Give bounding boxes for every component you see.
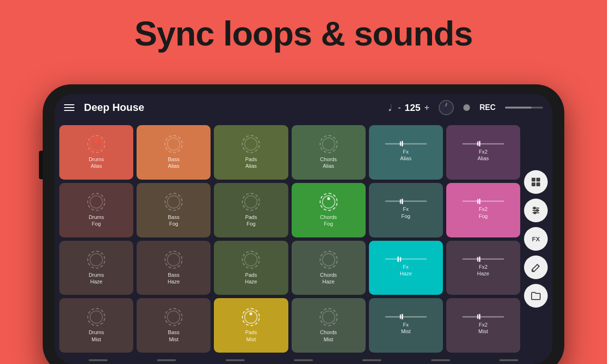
pad-knob-inner [244, 137, 258, 151]
rec-dot [463, 104, 470, 111]
pad-drums-fog[interactable]: DrumsFog [59, 183, 133, 237]
pad-label: DrumsAlias [89, 156, 104, 170]
pad-label: PadsAlias [245, 156, 257, 170]
rec-label[interactable]: REC [479, 103, 496, 112]
pad-knob [87, 135, 105, 153]
pad-chords-alias[interactable]: ChordsAlias [292, 125, 366, 180]
pad-label: ChordsHaze [320, 272, 337, 285]
phone-screen: Deep House 𝅘𝅥 - 125 + REC [55, 94, 552, 364]
pads-grid: DrumsAlias BassAlias PadsAlias [59, 125, 520, 353]
pad-knob [165, 135, 183, 153]
pad-label: BassFog [168, 214, 179, 228]
pad-knob [242, 135, 260, 153]
pad-fx-haze[interactable]: FxHaze [369, 241, 443, 295]
tempo-decrease-button[interactable]: - [398, 103, 401, 113]
svg-rect-3 [536, 182, 540, 186]
pad-knob [320, 308, 338, 326]
pad-knob [242, 193, 260, 211]
pad-drums-mist[interactable]: DrumsMist [59, 298, 133, 353]
pad-knob [165, 308, 183, 326]
progress-bar-fill [505, 107, 532, 109]
pad-fx-mist[interactable]: FxMist [369, 298, 443, 353]
pad-fx-fog[interactable]: FxFog [369, 183, 443, 237]
pad-label: BassMist [168, 329, 179, 343]
pad-bass-haze[interactable]: BassHaze [137, 241, 211, 295]
svg-rect-0 [532, 178, 535, 182]
tempo-value: 125 [405, 102, 420, 113]
pad-knob-inner [90, 137, 103, 151]
pad-label: FxMist [401, 321, 411, 335]
pad-label: Fx2Fog [478, 206, 487, 219]
pad-label: Fx2Haze [477, 264, 489, 277]
pad-knob-inner [167, 195, 180, 209]
bottom-indicator [499, 359, 518, 361]
pad-chords-mist[interactable]: ChordsMist [292, 298, 366, 353]
pad-knob [165, 251, 183, 269]
pad-knob [320, 193, 338, 211]
bottom-indicator [431, 359, 450, 361]
pad-label: PadsFog [245, 214, 257, 228]
pad-knob [320, 251, 338, 269]
grid-btn[interactable] [524, 170, 548, 194]
pad-drums-haze[interactable]: DrumsHaze [59, 241, 133, 295]
pad-pads-fog[interactable]: PadsFog [214, 183, 288, 237]
mixer-btn[interactable] [524, 199, 548, 222]
pad-pads-mist[interactable]: PadsMist [214, 298, 288, 353]
tempo-increase-button[interactable]: + [424, 103, 430, 113]
pad-knob-inner [322, 137, 335, 151]
pad-label: ChordsMist [320, 329, 337, 343]
pad-fx2-alias[interactable]: Fx2Alias [446, 125, 520, 180]
pad-knob [320, 135, 338, 153]
dial-icon[interactable] [439, 100, 454, 115]
bottom-indicator [362, 359, 381, 361]
svg-point-8 [536, 209, 539, 212]
edit-btn[interactable] [524, 255, 548, 279]
grid-area: DrumsAlias BassAlias PadsAlias [55, 121, 552, 356]
pad-knob [87, 308, 105, 326]
phone-frame: Deep House 𝅘𝅥 - 125 + REC [43, 84, 564, 364]
bottom-indicator [89, 359, 108, 361]
fx-btn[interactable]: FX [524, 227, 548, 251]
pad-fx2-fog[interactable]: Fx2Fog [446, 183, 520, 237]
pad-label: FxAlias [400, 148, 412, 162]
bottom-indicator [294, 359, 313, 361]
folder-btn[interactable] [524, 284, 548, 308]
pad-bass-fog[interactable]: BassFog [137, 183, 211, 237]
pad-label: Fx2Alias [478, 148, 489, 162]
svg-point-7 [533, 207, 536, 209]
tempo-section: - 125 + [398, 102, 429, 113]
pad-knob [165, 193, 183, 211]
pad-label: ChordsAlias [320, 156, 337, 170]
pad-drums-alias[interactable]: DrumsAlias [59, 125, 133, 180]
pad-label: DrumsHaze [89, 272, 104, 285]
pad-label: BassHaze [167, 272, 180, 285]
pad-bass-alias[interactable]: BassAlias [137, 125, 211, 180]
pad-fx-alias[interactable]: FxAlias [369, 125, 443, 180]
pad-knob [87, 251, 105, 269]
pad-knob-inner [167, 310, 180, 324]
pad-bass-mist[interactable]: BassMist [137, 298, 211, 353]
pad-label: DrumsMist [89, 329, 104, 343]
phone-body: Deep House 𝅘𝅥 - 125 + REC [43, 84, 564, 364]
pad-knob-inner [90, 310, 103, 324]
menu-button[interactable] [64, 104, 74, 111]
bottom-indicators [55, 356, 552, 364]
pad-label: Fx2Mist [478, 321, 488, 335]
pad-label: PadsHaze [245, 272, 258, 285]
pad-pads-alias[interactable]: PadsAlias [214, 125, 288, 180]
pad-pads-haze[interactable]: PadsHaze [214, 241, 288, 295]
pad-fx2-mist[interactable]: Fx2Mist [446, 298, 520, 353]
pad-chords-fog[interactable]: ChordsFog [292, 183, 366, 237]
pad-label: DrumsFog [89, 214, 104, 228]
pad-fx2-haze[interactable]: Fx2Haze [446, 241, 520, 295]
svg-point-9 [533, 211, 536, 214]
pad-knob-inner [322, 253, 335, 266]
app-title: Deep House [84, 101, 379, 114]
pad-chords-haze[interactable]: ChordsHaze [292, 241, 366, 295]
page-title: Sync loops & sounds [0, 0, 607, 58]
svg-line-10 [537, 264, 539, 266]
pad-knob-inner [322, 310, 335, 324]
pad-label: BassAlias [168, 156, 179, 170]
pad-knob [87, 193, 105, 211]
bottom-indicator [157, 359, 176, 361]
